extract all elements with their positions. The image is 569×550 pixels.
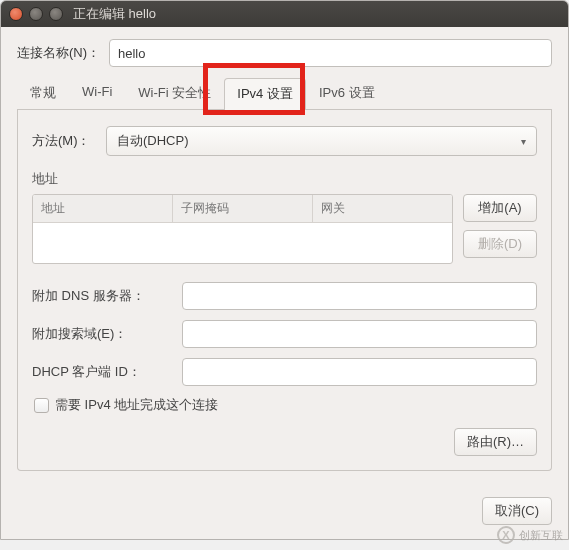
dhcp-client-id-label: DHCP 客户端 ID： (32, 363, 182, 381)
connection-name-label: 连接名称(N)： (17, 44, 109, 62)
search-domains-input[interactable] (182, 320, 537, 348)
window-title: 正在编辑 hello (73, 5, 156, 23)
col-netmask: 子网掩码 (173, 195, 313, 222)
col-gateway: 网关 (313, 195, 452, 222)
require-ipv4-label: 需要 IPv4 地址完成这个连接 (55, 396, 218, 414)
method-label: 方法(M)： (32, 132, 106, 150)
add-button[interactable]: 增加(A) (463, 194, 537, 222)
close-icon[interactable] (9, 7, 23, 21)
maximize-icon[interactable] (49, 7, 63, 21)
tab-ipv4-settings[interactable]: IPv4 设置 (224, 78, 306, 110)
connection-name-input[interactable] (109, 39, 552, 67)
ipv4-panel: 方法(M)： 自动(DHCP) ▾ 地址 地址 子网掩码 网关 (17, 110, 552, 471)
method-value: 自动(DHCP) (117, 132, 189, 150)
routes-button[interactable]: 路由(R)… (454, 428, 537, 456)
titlebar: 正在编辑 hello (1, 1, 568, 27)
addresses-table[interactable]: 地址 子网掩码 网关 (32, 194, 453, 264)
method-combo[interactable]: 自动(DHCP) ▾ (106, 126, 537, 156)
require-ipv4-row[interactable]: 需要 IPv4 地址完成这个连接 (34, 396, 537, 414)
chevron-down-icon: ▾ (521, 136, 526, 147)
cancel-button[interactable]: 取消(C) (482, 497, 552, 525)
tab-ipv6-settings[interactable]: IPv6 设置 (306, 77, 388, 109)
tab-wifi-security[interactable]: Wi-Fi 安全性 (125, 77, 224, 109)
delete-button[interactable]: 删除(D) (463, 230, 537, 258)
dhcp-client-id-input[interactable] (182, 358, 537, 386)
minimize-icon[interactable] (29, 7, 43, 21)
addresses-header: 地址 子网掩码 网关 (33, 195, 452, 223)
settings-tabs: 常规 Wi-Fi Wi-Fi 安全性 IPv4 设置 IPv6 设置 (17, 77, 552, 110)
dns-servers-input[interactable] (182, 282, 537, 310)
require-ipv4-checkbox[interactable] (34, 398, 49, 413)
addresses-section-label: 地址 (32, 170, 537, 188)
search-domains-label: 附加搜索域(E)： (32, 325, 182, 343)
tab-wifi[interactable]: Wi-Fi (69, 77, 125, 109)
dns-label: 附加 DNS 服务器： (32, 287, 182, 305)
tab-general[interactable]: 常规 (17, 77, 69, 109)
col-address: 地址 (33, 195, 173, 222)
editor-window: 正在编辑 hello 连接名称(N)： 常规 Wi-Fi Wi-Fi 安全性 I… (0, 0, 569, 540)
